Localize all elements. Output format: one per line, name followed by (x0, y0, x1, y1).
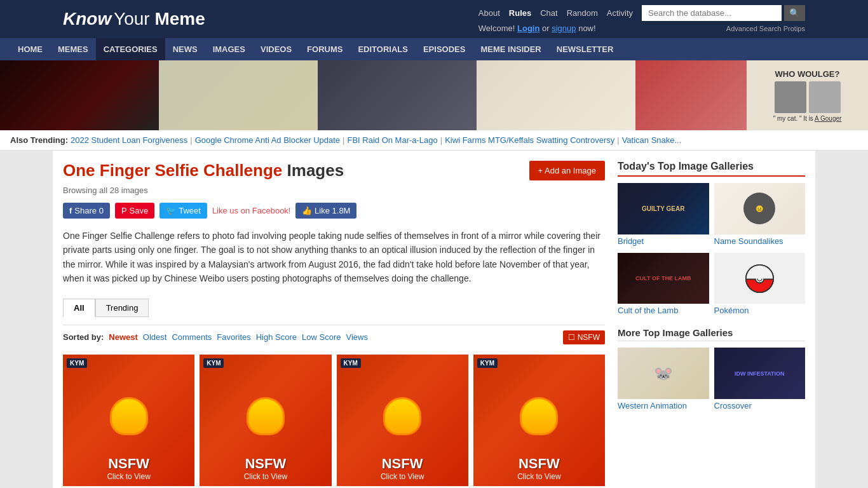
bridget-thumb: GUILTY GEAR (618, 183, 709, 234)
image-cell-4[interactable]: KYM NSFW Click to View (473, 355, 605, 486)
logo[interactable]: Know Your Meme (63, 9, 205, 29)
sort-comments[interactable]: Comments (172, 332, 212, 342)
banner-cat-img (775, 81, 806, 113)
logo-your: Your (114, 9, 154, 29)
nsfw-anime-2 (217, 377, 314, 456)
more-galleries-title: More Top Image Galleries (618, 327, 805, 341)
image-cell-1[interactable]: KYM NSFW Click to View (63, 355, 194, 486)
kym-badge-2: KYM (203, 358, 224, 368)
nav-random[interactable]: Random (567, 8, 598, 18)
nav-home[interactable]: HOME (10, 38, 50, 60)
banner-item-3[interactable] (318, 60, 477, 130)
gallery-item-pokemon[interactable]: Pokémon (714, 253, 806, 318)
gallery-item-cult[interactable]: CULT OF THE LAMB Cult of the Lamb (618, 253, 709, 318)
logo-know: Know (63, 9, 111, 29)
banner-item-4[interactable] (477, 60, 635, 130)
nsfw-click-3: Click to View (381, 472, 424, 481)
gallery-item-western[interactable]: 🐭 Western Animation (618, 348, 709, 412)
sorted-by-label: Sorted by: (63, 332, 104, 342)
social-buttons: f Share 0 P Save 🐦 Tweet Like us on Face… (63, 203, 605, 219)
title-normal: Images (282, 161, 344, 180)
nsfw-click-2: Click to View (244, 472, 287, 481)
nav-newsletter[interactable]: NEWSLETTER (549, 38, 621, 60)
nav-activity[interactable]: Activity (607, 8, 633, 18)
sort-highscore[interactable]: High Score (256, 332, 297, 342)
image-cell-3[interactable]: KYM NSFW Click to View (337, 355, 468, 486)
image-cell-2[interactable]: KYM NSFW Click to View (200, 355, 331, 486)
trending-item-2[interactable]: FBI Raid On Mar-a-Lago (347, 135, 437, 145)
trending-item-3[interactable]: Kiwi Farms MTG/Keffals Swatting Controve… (445, 135, 614, 145)
content-area: One Finger Selfie Challenge Images + Add… (63, 161, 605, 486)
soundalikes-thumb: 😐 (714, 183, 806, 234)
banner-item-6[interactable]: WHO WOULGE? " my cat. " It is A Gouger (747, 60, 868, 130)
logo-meme: Meme (154, 9, 205, 29)
nav-categories[interactable]: CATEGORIES (96, 38, 165, 60)
kym-badge-1: KYM (67, 358, 87, 368)
pinterest-icon: P (121, 206, 127, 215)
fb-share-button[interactable]: f Share 0 (63, 203, 110, 219)
description-text: One Finger Selfie Challenge refers to ph… (63, 229, 605, 286)
sort-oldest[interactable]: Oldest (143, 332, 167, 342)
add-image-button[interactable]: + Add an Image (529, 161, 605, 180)
crossover-thumb: IDW INFESTATION (714, 348, 806, 399)
login-link[interactable]: Login (517, 24, 539, 33)
trending-item-0[interactable]: 2022 Student Loan Forgiveness (71, 135, 187, 145)
save-label: Save (130, 206, 149, 215)
nav-episodes[interactable]: EPISODES (416, 38, 473, 60)
search-input[interactable] (642, 5, 782, 21)
sort-favorites[interactable]: Favorites (217, 332, 250, 342)
gallery-item-bridget[interactable]: GUILTY GEAR Bridget (618, 183, 709, 248)
gallery-item-crossover[interactable]: IDW INFESTATION Crossover (714, 348, 806, 412)
western-thumb: 🐭 (618, 348, 709, 399)
nsfw-click-1: Click to View (107, 472, 150, 481)
nsfw-checkbox-icon: ☐ (568, 333, 575, 342)
soundalikes-label: Name Soundalikes (714, 234, 806, 248)
nsfw-toggle-button[interactable]: ☐ NSFW (563, 330, 605, 344)
nsfw-anime-3 (354, 377, 451, 456)
nav-about[interactable]: About (478, 8, 500, 18)
title-colored: One Finger Selfie Challenge (63, 161, 282, 180)
nav-images[interactable]: IMAGES (205, 38, 253, 60)
trending-item-4[interactable]: Vatican Snake... (622, 135, 682, 145)
nav-editorials[interactable]: EDITORIALS (350, 38, 416, 60)
sort-lowscore[interactable]: Low Score (302, 332, 341, 342)
filter-tabs: All Trending (63, 299, 605, 317)
welcome-text: Welcome! (478, 24, 515, 33)
sort-newest[interactable]: Newest (109, 332, 138, 342)
nsfw-anime-4 (491, 377, 588, 456)
nav-meme-insider[interactable]: MEME INSIDER (473, 38, 548, 60)
nav-news[interactable]: NEWS (165, 38, 205, 60)
like-us-text[interactable]: Like us on Facebook! (212, 206, 291, 215)
navbar: HOME MEMES CATEGORIES NEWS IMAGES VIDEOS… (0, 38, 868, 60)
search-button[interactable]: 🔍 (784, 5, 805, 21)
advanced-search-link[interactable]: Advanced Search Protips (726, 25, 805, 32)
banner-item-2[interactable] (159, 60, 318, 130)
nsfw-text-1: NSFW (108, 456, 149, 472)
banner-caption: " my cat. " It is A Gouger (773, 115, 842, 122)
nav-forums[interactable]: FORUMS (299, 38, 350, 60)
trending-item-1[interactable]: Google Chrome Anti Ad Blocker Update (195, 135, 340, 145)
nav-memes[interactable]: MEMES (50, 38, 96, 60)
nav-chat[interactable]: Chat (540, 8, 557, 18)
browsing-count: Browsing all 28 images (63, 186, 605, 195)
nsfw-anime-1 (80, 377, 177, 456)
nsfw-text-3: NSFW (382, 456, 423, 472)
nsfw-text-2: NSFW (245, 456, 286, 472)
page-title: One Finger Selfie Challenge Images (63, 161, 344, 180)
crossover-text: IDW INFESTATION (733, 369, 786, 378)
tweet-button[interactable]: 🐦 Tweet (159, 203, 207, 219)
fb-share-label: Share 0 (74, 206, 104, 215)
signup-link[interactable]: signup (552, 24, 576, 33)
kym-badge-3: KYM (341, 358, 361, 368)
pinterest-save-button[interactable]: P Save (115, 203, 154, 219)
banner-item-5[interactable] (635, 60, 747, 130)
fb-like-button[interactable]: 👍 Like 1.8M (295, 203, 356, 219)
banner-item-1[interactable] (0, 60, 159, 130)
sort-views[interactable]: Views (346, 332, 367, 342)
tweet-label: Tweet (179, 206, 201, 215)
gallery-item-soundalikes[interactable]: 😐 Name Soundalikes (714, 183, 806, 248)
tab-all[interactable]: All (63, 299, 95, 318)
nav-videos[interactable]: VIDEOS (253, 38, 299, 60)
tab-trending[interactable]: Trending (95, 299, 149, 317)
nav-rules[interactable]: Rules (509, 8, 531, 18)
